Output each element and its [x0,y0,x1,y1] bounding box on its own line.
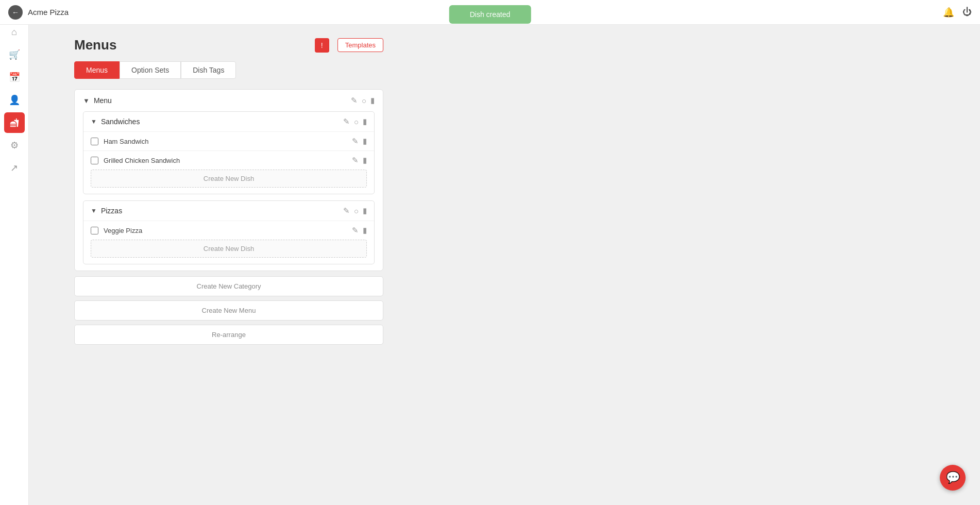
ham-sandwich-actions: ✎ ▮ [352,137,367,146]
topbar-icons: 🔔 ⏻ [943,7,972,18]
templates-label: Templates [345,41,376,49]
menu-chevron[interactable]: ▼ [83,97,90,105]
category-sandwiches-header: ▼ Sandwiches ✎ ○ ▮ [83,112,374,131]
back-icon: ← [12,8,19,16]
menu-header: ▼ Menu ✎ ○ ▮ [75,90,383,111]
menu-edit-icon[interactable]: ✎ [351,96,358,105]
header-row: Menus ! Templates [74,37,383,53]
dish-ham-sandwich: Ham Sandwich ✎ ▮ [83,131,374,150]
grilled-chicken-name: Grilled Chicken Sandwich [104,157,347,164]
create-category-button[interactable]: Create New Category [74,276,383,296]
grilled-chicken-actions: ✎ ▮ [352,156,367,165]
ham-sandwich-name: Ham Sandwich [104,138,347,145]
page-title: Menus [74,37,315,53]
pizzas-label: Pizzas [101,207,339,215]
dish-veggie-pizza: Veggie Pizza ✎ ▮ [83,221,374,240]
menu-section: ▼ Menu ✎ ○ ▮ ▼ Sandwiches ✎ ○ ▮ [74,89,383,271]
create-menu-button[interactable]: Create New Menu [74,300,383,321]
sandwiches-edit-icon[interactable]: ✎ [343,117,350,126]
sidebar-item-external[interactable]: ↗ [4,158,25,178]
veggie-pizza-copy-icon[interactable]: ▮ [363,226,367,235]
notification-icon[interactable]: 🔔 [943,7,954,18]
menu-label: Menu [94,96,347,105]
sidebar-item-shop[interactable]: 🛒 [4,44,25,65]
app-title: Acme Pizza [28,8,69,16]
tab-option-sets[interactable]: Option Sets [120,61,181,79]
veggie-pizza-edit-icon[interactable]: ✎ [352,226,359,235]
templates-button[interactable]: Templates [337,38,383,52]
sidebar-item-menu[interactable] [4,112,25,133]
chat-fab-button[interactable]: 💬 [940,465,966,491]
pizzas-chevron[interactable]: ▼ [91,207,97,214]
category-sandwiches: ▼ Sandwiches ✎ ○ ▮ Ham Sandwich ✎ ▮ [83,111,375,194]
menu-actions: ✎ ○ ▮ [351,96,375,105]
menu-copy-icon[interactable]: ▮ [370,96,375,105]
cutlery-icon [10,118,19,127]
grilled-chicken-edit-icon[interactable]: ✎ [352,156,359,165]
rearrange-button[interactable]: Re-arrange [74,325,383,345]
power-icon[interactable]: ⏻ [962,7,972,18]
veggie-pizza-name: Veggie Pizza [104,227,347,234]
category-pizzas-header: ▼ Pizzas ✎ ○ ▮ [83,201,374,221]
tab-menus[interactable]: Menus [74,61,120,79]
sidebar-item-settings[interactable]: ⚙ [4,135,25,156]
pizzas-edit-icon[interactable]: ✎ [343,206,350,215]
sandwiches-copy-icon[interactable]: ▮ [363,117,367,126]
sandwiches-chevron[interactable]: ▼ [91,118,97,125]
ham-sandwich-checkbox[interactable] [91,138,98,145]
sidebar-item-calendar[interactable]: 📅 [4,67,25,88]
warning-icon[interactable]: ! [315,38,329,53]
tab-dish-tags[interactable]: Dish Tags [181,61,236,79]
chat-icon: 💬 [946,471,960,484]
content: Menus ! Templates Menus Option Sets Dish… [74,37,383,345]
menu-delete-icon[interactable]: ○ [362,96,366,105]
warning-symbol: ! [321,41,323,49]
pizzas-delete-icon[interactable]: ○ [354,207,359,215]
category-pizzas: ▼ Pizzas ✎ ○ ▮ Veggie Pizza ✎ ▮ [83,200,375,264]
toast-notification: Dish created [449,5,531,24]
create-menu-label: Create New Menu [202,307,256,314]
pizzas-copy-icon[interactable]: ▮ [363,206,367,215]
ham-sandwich-copy-icon[interactable]: ▮ [363,137,367,146]
sidebar-item-users[interactable]: 👤 [4,90,25,110]
back-button[interactable]: ← [8,5,23,20]
pizzas-actions: ✎ ○ ▮ [343,206,367,215]
create-dish-sandwiches-button[interactable]: Create New Dish [91,170,367,188]
sandwiches-actions: ✎ ○ ▮ [343,117,367,126]
veggie-pizza-checkbox[interactable] [91,227,98,234]
grilled-chicken-checkbox[interactable] [91,157,98,164]
veggie-pizza-actions: ✎ ▮ [352,226,367,235]
sandwiches-delete-icon[interactable]: ○ [354,117,359,126]
sidebar-item-home[interactable]: ⌂ [4,22,25,42]
main-area: Menus ! Templates Menus Option Sets Dish… [58,25,980,505]
sidebar: ⌂ 🛒 📅 👤 ⚙ ↗ [0,0,29,505]
create-dish-pizzas-button[interactable]: Create New Dish [91,240,367,258]
tab-bar: Menus Option Sets Dish Tags [74,61,383,79]
sandwiches-label: Sandwiches [101,117,339,126]
create-category-label: Create New Category [197,282,261,290]
toast-message: Dish created [470,10,511,19]
ham-sandwich-edit-icon[interactable]: ✎ [352,137,359,146]
grilled-chicken-copy-icon[interactable]: ▮ [363,156,367,165]
rearrange-label: Re-arrange [212,331,246,339]
dish-grilled-chicken: Grilled Chicken Sandwich ✎ ▮ [83,150,374,170]
